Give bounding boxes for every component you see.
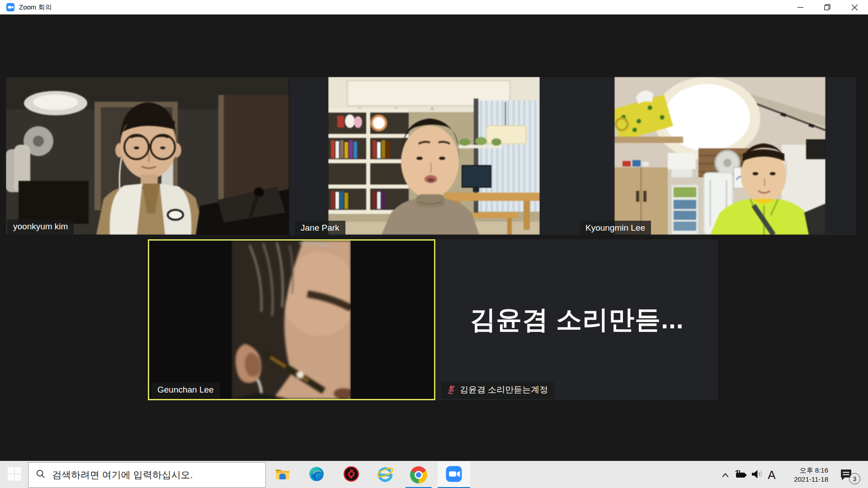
video-tile-kyoungmin-lee[interactable] bbox=[614, 77, 826, 235]
action-center-button[interactable]: 3 bbox=[835, 461, 868, 488]
name-tag: yoonkyum kim bbox=[7, 219, 74, 235]
title-bar: Zoom 회의 bbox=[0, 0, 868, 14]
minimize-button[interactable] bbox=[787, 0, 814, 14]
kyoungmin-video-illustration bbox=[614, 77, 826, 235]
windows-logo-icon bbox=[8, 467, 21, 483]
file-explorer-icon bbox=[274, 465, 291, 484]
participant-name: Geunchan Lee bbox=[157, 385, 214, 395]
taskbar-internet-explorer[interactable] bbox=[369, 461, 401, 488]
participant-name: 김윤겸 소리만듣는계정 bbox=[460, 384, 548, 396]
name-tag: Kyoungmin Lee bbox=[580, 221, 651, 236]
taskbar-zoom[interactable] bbox=[438, 461, 470, 488]
security-tool-icon bbox=[343, 465, 360, 484]
name-tag: Jane Park bbox=[295, 221, 345, 236]
video-tile-yoonkyum-kim[interactable]: yoonkyum kim bbox=[6, 77, 289, 235]
yoonkyum-video-illustration bbox=[6, 77, 289, 235]
participant-name: Kyoungmin Lee bbox=[585, 223, 645, 233]
close-button[interactable] bbox=[841, 0, 868, 14]
portrait-video-strip bbox=[231, 241, 351, 399]
google-chrome-icon bbox=[410, 466, 427, 483]
search-icon bbox=[36, 469, 46, 481]
zoom-logo-icon bbox=[6, 3, 15, 12]
tray-clock[interactable]: 오후 8:16 2021-11-18 bbox=[771, 461, 828, 488]
taskbar-file-explorer[interactable] bbox=[266, 461, 299, 488]
tray-battery[interactable] bbox=[733, 461, 750, 488]
participant-name: yoonkyum kim bbox=[13, 222, 68, 232]
video-tile-jane-park[interactable] bbox=[328, 77, 540, 235]
audio-only-display-name: 김윤겸 소리만듣... bbox=[470, 303, 684, 337]
microsoft-edge-icon bbox=[308, 465, 325, 484]
notification-count-badge: 3 bbox=[849, 473, 860, 484]
internet-explorer-icon bbox=[376, 465, 394, 485]
restore-button[interactable] bbox=[814, 0, 841, 14]
taskbar-microsoft-edge[interactable] bbox=[300, 461, 333, 488]
clock-time: 오후 8:16 bbox=[771, 466, 828, 475]
video-tile-geunchan-lee[interactable]: Geunchan Lee bbox=[148, 239, 435, 400]
taskbar-search[interactable] bbox=[28, 462, 266, 488]
taskbar-security-tool[interactable] bbox=[335, 461, 368, 488]
chevron-up-icon bbox=[722, 474, 728, 477]
taskbar-google-chrome[interactable] bbox=[402, 461, 435, 488]
zoom-meeting-window: Zoom 회의 bbox=[0, 0, 868, 488]
video-tile-kimyunkyeom[interactable]: 김윤겸 소리만듣... 김윤겸 소리만듣는계정 bbox=[436, 239, 718, 400]
battery-charging-icon bbox=[735, 469, 748, 481]
zoom-app-icon bbox=[445, 465, 463, 485]
tray-volume[interactable] bbox=[749, 461, 765, 488]
speaker-icon bbox=[751, 469, 763, 481]
video-gallery: yoonkyum kim bbox=[0, 14, 868, 461]
windows-taskbar: A 오후 8:16 2021-11-18 3 bbox=[0, 461, 868, 488]
jane-video-illustration bbox=[328, 77, 540, 235]
geunchan-video-illustration bbox=[231, 241, 351, 399]
clock-date: 2021-11-18 bbox=[771, 475, 828, 484]
mic-muted-icon bbox=[447, 385, 456, 395]
start-button[interactable] bbox=[4, 461, 25, 488]
participant-name: Jane Park bbox=[301, 223, 340, 233]
name-tag: Geunchan Lee bbox=[151, 383, 220, 398]
search-input[interactable] bbox=[52, 469, 265, 480]
window-title: Zoom 회의 bbox=[19, 0, 52, 14]
tray-show-hidden-icons[interactable] bbox=[717, 461, 733, 488]
name-tag: 김윤겸 소리만듣는계정 bbox=[441, 382, 554, 399]
